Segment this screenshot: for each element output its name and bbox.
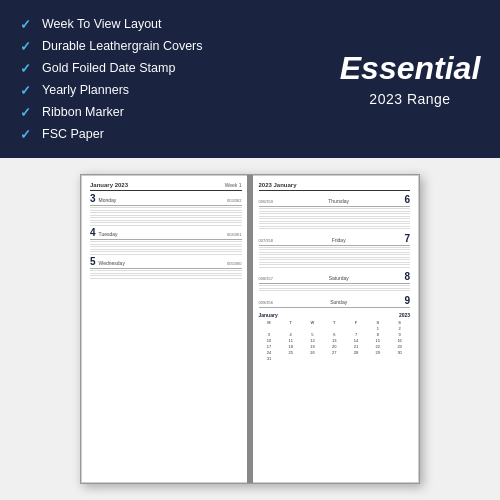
mini-cal-cell: 5 bbox=[302, 332, 323, 337]
day-number: 5 bbox=[90, 257, 96, 267]
mini-cal-cell: 18 bbox=[280, 344, 301, 349]
day-name: Monday bbox=[99, 197, 117, 203]
mini-cal-cell: 1 bbox=[367, 326, 388, 331]
day-lines bbox=[90, 241, 242, 254]
diary-left-page: January 2023 Week 1 3 Monday 003/362 4 T… bbox=[81, 175, 251, 483]
mini-cal-day-header: S bbox=[367, 320, 388, 325]
day-name: Wednesday bbox=[99, 260, 125, 266]
top-banner: ✓ Week To View Layout ✓ Durable Leatherg… bbox=[0, 0, 500, 158]
day-info: 005/360 bbox=[227, 261, 241, 266]
left-page-header: January 2023 Week 1 bbox=[90, 182, 242, 191]
mini-cal-header: January 2023 bbox=[259, 312, 411, 318]
day-line bbox=[90, 275, 242, 276]
left-day-block: 3 Monday 003/362 bbox=[90, 194, 242, 225]
day-name: Tuesday bbox=[99, 231, 118, 237]
day-line bbox=[90, 246, 242, 247]
day-line bbox=[259, 223, 411, 224]
day-line bbox=[90, 222, 242, 223]
right-day-header: 008/357 Saturday 8 bbox=[259, 271, 411, 284]
left-day-block: 4 Tuesday 004/361 bbox=[90, 228, 242, 254]
mini-cal-cell bbox=[324, 356, 345, 361]
product-title: Essential bbox=[340, 51, 481, 86]
feature-text: Yearly Planners bbox=[42, 83, 129, 97]
mini-cal-cell: 2 bbox=[389, 326, 410, 331]
right-days: 006/359 Thursday 6 007/358 Friday 7 008/… bbox=[259, 194, 411, 308]
day-line bbox=[259, 254, 411, 255]
day-lines bbox=[90, 207, 242, 225]
day-number: 4 bbox=[90, 228, 96, 238]
right-day-number: 6 bbox=[404, 194, 410, 205]
mini-cal-day-header: S bbox=[389, 320, 410, 325]
day-line bbox=[90, 278, 242, 279]
product-range: 2023 Range bbox=[369, 91, 450, 107]
day-line bbox=[259, 267, 411, 268]
day-line bbox=[259, 249, 411, 250]
mini-cal-cell: 19 bbox=[302, 344, 323, 349]
mini-cal-cell: 13 bbox=[324, 338, 345, 343]
mini-cal-cell: 27 bbox=[324, 350, 345, 355]
day-line bbox=[259, 221, 411, 222]
right-day-block: 007/358 Friday 7 bbox=[259, 233, 411, 268]
day-line bbox=[90, 217, 242, 218]
day-line bbox=[259, 290, 411, 291]
diary-book: January 2023 Week 1 3 Monday 003/362 4 T… bbox=[80, 174, 420, 484]
mini-cal-cell: 11 bbox=[280, 338, 301, 343]
day-line bbox=[259, 262, 411, 263]
day-line bbox=[90, 220, 242, 221]
day-line bbox=[90, 225, 242, 226]
right-day-block: 006/359 Thursday 6 bbox=[259, 194, 411, 229]
mini-cal-cell: 15 bbox=[367, 338, 388, 343]
right-day-header: 006/359 Thursday 6 bbox=[259, 194, 411, 207]
day-info: 004/361 bbox=[227, 232, 241, 237]
day-line bbox=[259, 218, 411, 219]
day-line bbox=[259, 247, 411, 248]
day-line bbox=[90, 210, 242, 211]
feature-text: Durable Leathergrain Covers bbox=[42, 39, 203, 53]
check-icon: ✓ bbox=[20, 105, 34, 120]
day-line bbox=[90, 215, 242, 216]
day-line bbox=[259, 208, 411, 209]
feature-text: Ribbon Marker bbox=[42, 105, 124, 119]
mini-cal-cell: 7 bbox=[346, 332, 367, 337]
right-page-header: 2023 January bbox=[259, 182, 411, 191]
mini-cal-cell bbox=[346, 356, 367, 361]
check-icon: ✓ bbox=[20, 61, 34, 76]
right-day-name: Thursday bbox=[328, 198, 349, 204]
mini-cal-cell bbox=[302, 326, 323, 331]
mini-cal-cell: 24 bbox=[259, 350, 280, 355]
day-line bbox=[90, 207, 242, 208]
mini-cal-cell: 3 bbox=[259, 332, 280, 337]
mini-cal-cell: 14 bbox=[346, 338, 367, 343]
right-day-name: Saturday bbox=[329, 275, 349, 281]
mini-cal-cell: 9 bbox=[389, 332, 410, 337]
left-day-block: 5 Wednesday 005/360 bbox=[90, 257, 242, 278]
mini-cal-cell: 31 bbox=[259, 356, 280, 361]
mini-cal-cell: 16 bbox=[389, 338, 410, 343]
mini-cal-cell: 29 bbox=[367, 350, 388, 355]
mini-cal-day-header: M bbox=[259, 320, 280, 325]
day-lines bbox=[259, 208, 411, 229]
diary-spine bbox=[247, 175, 253, 483]
right-day-name: Sunday bbox=[330, 299, 347, 305]
page-container: ✓ Week To View Layout ✓ Durable Leatherg… bbox=[0, 0, 500, 500]
mini-cal-cell: 20 bbox=[324, 344, 345, 349]
right-day-block-last: 009/356 Sunday 9 bbox=[259, 295, 411, 308]
day-number: 3 bbox=[90, 194, 96, 204]
mini-cal-cell: 4 bbox=[280, 332, 301, 337]
mini-cal-cell bbox=[389, 356, 410, 361]
right-day-header: 009/356 Sunday 9 bbox=[259, 295, 411, 308]
mini-cal-cell: 28 bbox=[346, 350, 367, 355]
mini-cal-cell: 30 bbox=[389, 350, 410, 355]
right-day-number: 9 bbox=[404, 295, 410, 306]
right-day-block: 008/357 Saturday 8 bbox=[259, 271, 411, 291]
feature-item-f2: ✓ Durable Leathergrain Covers bbox=[20, 39, 300, 54]
mini-cal-day-header: W bbox=[302, 320, 323, 325]
mini-cal-cell: 26 bbox=[302, 350, 323, 355]
mini-cal-cell bbox=[302, 356, 323, 361]
mini-cal-cell: 12 bbox=[302, 338, 323, 343]
day-line bbox=[259, 288, 411, 289]
mini-cal-day-header: T bbox=[324, 320, 345, 325]
mini-cal-cell bbox=[280, 356, 301, 361]
mini-cal-cell bbox=[324, 326, 345, 331]
day-lines bbox=[90, 270, 242, 278]
